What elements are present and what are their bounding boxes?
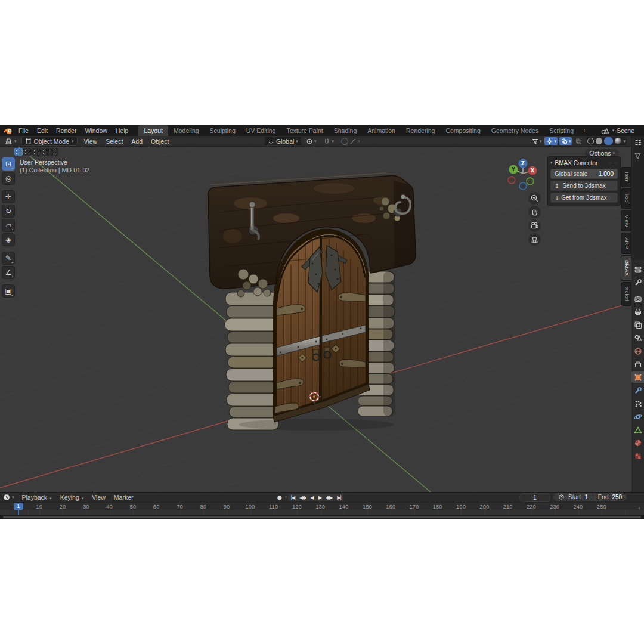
shading-rendered-button[interactable] — [615, 138, 621, 144]
chevron-down-icon[interactable]: ▾ — [554, 139, 556, 144]
workspace-tab[interactable]: Geometry Nodes — [486, 125, 544, 136]
record-button[interactable]: ● — [275, 494, 284, 500]
timeline-menu-item[interactable]: Marker — [110, 493, 138, 502]
current-frame-field[interactable]: 1 — [519, 493, 550, 502]
3d-viewport[interactable]: User Perspective (1) Collection | MD-01-… — [0, 147, 631, 492]
workspace-tab[interactable]: Layout — [138, 125, 168, 136]
chevron-down-icon[interactable]: ▾ — [569, 139, 571, 144]
camera-view-icon[interactable] — [528, 219, 541, 232]
menubar-item[interactable]: Edit — [33, 126, 52, 135]
chevron-down-icon[interactable]: ▾ — [623, 139, 626, 144]
shading-solid-button[interactable] — [596, 138, 602, 144]
axis-neg-z-ball[interactable] — [519, 182, 527, 190]
toolbar-tool-button[interactable]: ∠ — [2, 266, 15, 279]
scene-selector[interactable]: Scene — [617, 127, 634, 134]
xray-toggle[interactable] — [574, 137, 584, 145]
collapse-arrow-icon[interactable]: ‹ — [638, 505, 640, 511]
workspace-tab[interactable]: Animation — [362, 125, 401, 136]
properties-tab-render[interactable] — [631, 293, 644, 304]
sidebar-tab[interactable]: ARP — [621, 233, 631, 254]
properties-tab-particles[interactable] — [631, 398, 644, 409]
axis-neg-x-ball[interactable] — [508, 177, 515, 184]
door-model[interactable] — [208, 171, 416, 431]
select-mode-set[interactable] — [14, 148, 23, 156]
end-frame-field[interactable]: End 250 — [593, 493, 627, 501]
editor-type-button[interactable]: ▾ — [2, 137, 19, 145]
workspace-tab[interactable]: Modeling — [168, 125, 205, 136]
toolbar-tool-button[interactable]: ⊡ — [2, 157, 15, 171]
select-mode-intersect[interactable] — [50, 148, 58, 156]
play-backwards-button[interactable]: ◀ — [308, 494, 316, 501]
properties-tab-object-data[interactable] — [631, 424, 644, 435]
orthographic-grid-icon[interactable] — [528, 233, 541, 246]
properties-tab-output[interactable] — [631, 306, 644, 317]
properties-tab-object[interactable] — [631, 371, 644, 383]
next-keyframe-button[interactable]: ◆▶ — [324, 494, 335, 501]
workspace-tab[interactable]: Compositing — [440, 125, 485, 136]
viewport-menu-item[interactable]: Select — [101, 137, 127, 146]
start-frame-field[interactable]: Start 1 — [553, 493, 593, 501]
blender-logo-icon[interactable] — [3, 126, 13, 135]
properties-tab-scene[interactable] — [631, 332, 644, 343]
properties-tab-view-layer[interactable] — [631, 319, 644, 330]
properties-tab-editor-type[interactable] — [631, 264, 644, 275]
pan-hand-icon[interactable] — [528, 206, 541, 218]
workspace-tab[interactable]: Scripting — [544, 125, 579, 136]
toolbar-tool-button[interactable]: ✎ — [2, 252, 15, 265]
object-visibility-dropdown[interactable]: ▾ — [530, 137, 543, 145]
properties-tab-tool[interactable] — [631, 277, 644, 288]
previous-keyframe-button[interactable]: ◀◆ — [297, 494, 308, 501]
select-mode-subtract[interactable] — [32, 148, 41, 156]
gizmos-toggle[interactable]: ▾ — [544, 137, 558, 145]
chevron-down-icon[interactable]: ▾ — [612, 128, 615, 133]
play-button[interactable]: ▶ — [316, 494, 324, 501]
sidebar-tab[interactable]: BMAX — [621, 255, 631, 281]
toolbar-tool-button[interactable]: ▣ — [2, 284, 15, 298]
timeline-keyframe-strip[interactable] — [0, 510, 644, 515]
timeline-ruler[interactable]: 1020304050607080901001101201301401501601… — [0, 502, 644, 515]
chevron-down-icon[interactable]: ▾ — [285, 495, 287, 500]
overlays-toggle[interactable]: ▾ — [559, 137, 572, 145]
menubar-item[interactable]: Help — [112, 126, 133, 135]
timeline-menu-item[interactable]: Playback — [18, 493, 56, 502]
properties-tab-material[interactable] — [631, 437, 644, 448]
toolbar-tool-button[interactable]: ◈ — [2, 233, 15, 246]
toolbar-tool-button[interactable]: ▱ — [2, 219, 15, 232]
workspace-tab[interactable]: Sculpting — [205, 125, 241, 136]
filter-icon[interactable] — [634, 152, 642, 160]
viewport-menu-item[interactable]: View — [80, 137, 102, 146]
shading-wireframe-button[interactable] — [587, 138, 594, 144]
properties-tab-world[interactable] — [631, 345, 644, 357]
properties-tab-collection[interactable] — [631, 358, 644, 370]
viewport-menu-item[interactable]: Object — [147, 137, 173, 146]
proportional-edit-toggle[interactable]: ◯ ▾ — [339, 137, 363, 145]
chevron-down-icon[interactable]: ▾ — [332, 139, 334, 144]
get-from-3dsmax-button[interactable]: ↧ Get from 3dsmax — [550, 193, 618, 203]
add-workspace-button[interactable]: + — [579, 126, 590, 135]
menubar-item[interactable]: Render — [52, 126, 80, 135]
timeline-menu-item[interactable]: Keying — [56, 493, 88, 502]
properties-tab-modifiers[interactable] — [631, 385, 644, 396]
workspace-tab[interactable]: UV Editing — [241, 125, 281, 136]
jump-to-start-button[interactable]: |◀ — [288, 494, 297, 501]
outliner-icon[interactable] — [634, 138, 642, 147]
pivot-point-dropdown[interactable]: ▾ — [304, 137, 319, 145]
panel-grip-icon[interactable]: ···· — [609, 160, 618, 166]
toolbar-tool-button[interactable]: ✛ — [2, 190, 15, 203]
scrollbar-handle[interactable] — [3, 516, 641, 518]
menubar-item[interactable]: File — [14, 126, 33, 135]
properties-tab-texture[interactable] — [631, 450, 644, 462]
axis-neg-y-ball[interactable] — [527, 178, 534, 185]
workspace-tab[interactable]: Rendering — [401, 125, 440, 136]
select-mode-invert[interactable] — [41, 148, 49, 156]
timeline-scrollbar[interactable] — [0, 515, 644, 519]
workspace-tab[interactable]: Texture Paint — [281, 125, 328, 136]
jump-to-end-button[interactable]: ▶| — [335, 494, 343, 501]
sidebar-tab[interactable]: Item — [621, 167, 631, 187]
timeline-editor-type-button[interactable]: ▾ — [2, 493, 14, 501]
select-mode-extend[interactable] — [23, 148, 32, 156]
timeline-menu-item[interactable]: View — [88, 493, 110, 502]
sidebar-tab[interactable]: Tool — [621, 188, 631, 208]
shading-material-preview-button[interactable] — [604, 137, 613, 145]
mode-dropdown[interactable]: Object Mode ▾ — [21, 137, 78, 146]
